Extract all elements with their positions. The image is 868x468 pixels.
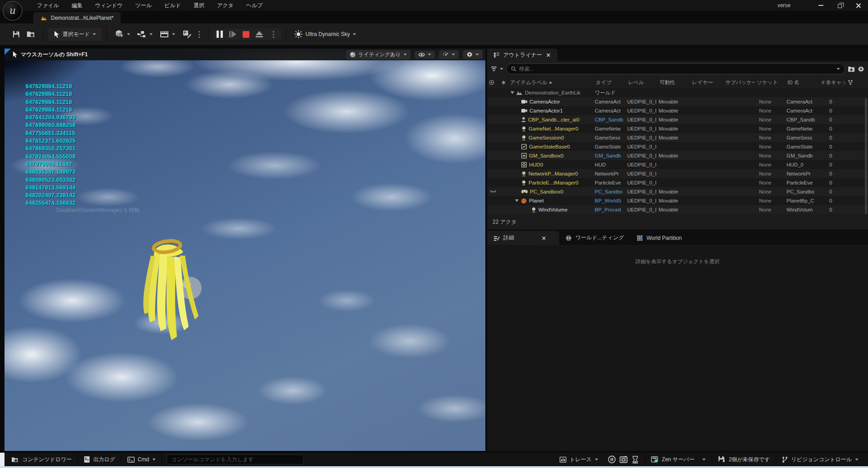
add-folder-icon[interactable] xyxy=(848,66,855,72)
row-visibility-cell[interactable] xyxy=(487,190,499,194)
revision-control-button[interactable]: リビジョンコントロール xyxy=(776,453,864,466)
column-cache[interactable]: # 非キャッシ xyxy=(819,76,845,88)
content-drawer-button[interactable]: コンテンツドロワー xyxy=(5,453,78,466)
actor-label[interactable]: GameSession0 xyxy=(529,135,564,140)
stop-button[interactable] xyxy=(243,31,249,38)
column-subpackage[interactable]: サブパッケー xyxy=(723,76,755,88)
show-flags-button[interactable] xyxy=(415,51,435,58)
type-link[interactable]: GM_Sandb xyxy=(595,153,621,158)
column-layer[interactable]: レイヤー xyxy=(690,76,723,88)
outliner-row[interactable]: ParticleE...tManager0ParticleEveUEDPIE_0… xyxy=(487,178,868,187)
close-button[interactable] xyxy=(849,0,868,11)
menu-item-7[interactable]: ヘルプ xyxy=(240,0,269,11)
eject-button[interactable] xyxy=(256,31,263,37)
expand-arrow-icon[interactable] xyxy=(515,199,519,202)
actor-label[interactable]: HUD0 xyxy=(529,162,543,167)
level-viewport[interactable]: マウスカーソルの Shift+F1 ライティングあり xyxy=(5,49,485,451)
chevron-down-icon[interactable] xyxy=(836,68,840,70)
play-options-icon[interactable] xyxy=(273,34,274,35)
menu-item-5[interactable]: 選択 xyxy=(187,0,211,11)
close-tab-icon[interactable] xyxy=(546,53,550,57)
tab-world-settings[interactable]: ワールド...ティング xyxy=(559,231,630,245)
type-link[interactable]: CBP_Sandb xyxy=(595,117,623,122)
cmd-selector[interactable]: Cmd xyxy=(122,453,162,466)
outliner-settings-gear-icon[interactable] xyxy=(858,66,864,72)
menu-item-0[interactable]: ファイル xyxy=(31,0,65,11)
outliner-row[interactable]: GameSession0GameSessUEDPIE_0_IMovableNon… xyxy=(487,133,868,142)
editor-mode-select[interactable]: 選択モード xyxy=(48,28,102,41)
actor-label[interactable]: Demonstration_EarthLik xyxy=(525,90,580,95)
outliner-row[interactable]: PlanetBP_WorldSUEDPIE_0_IMovableNonePlan… xyxy=(487,196,868,205)
screenshot-icon[interactable] xyxy=(619,456,628,463)
column-socket[interactable]: ソケット xyxy=(755,76,785,88)
outliner-row[interactable]: PC_Sandbox0PC_SandboUEDPIE_0_IMovableNon… xyxy=(487,187,868,196)
actor-label[interactable]: GM_Sandbox0 xyxy=(529,153,564,158)
unsaved-button[interactable]: 2個が未保存です xyxy=(712,453,777,466)
column-type[interactable]: タイプ xyxy=(593,76,626,88)
unreal-logo-icon[interactable]: u xyxy=(3,1,23,21)
viewport-settings-button[interactable] xyxy=(463,50,483,59)
platforms-button[interactable] xyxy=(179,27,195,41)
outliner-row[interactable]: CameraActor1CameraActUEDPIE_0_IMovableNo… xyxy=(487,106,868,115)
type-link[interactable]: PC_Sandbo xyxy=(595,189,623,194)
actor-label[interactable]: ParticleE...tManager0 xyxy=(529,180,579,185)
menu-item-6[interactable]: アクタ xyxy=(211,0,240,11)
browse-content-button[interactable] xyxy=(23,28,39,40)
actor-label[interactable]: WindVolume xyxy=(538,207,568,212)
step-frame-button[interactable] xyxy=(229,31,236,38)
add-actor-button[interactable] xyxy=(111,27,134,41)
column-mobility[interactable]: 可動性 xyxy=(657,76,690,88)
sky-asset-button[interactable]: Ultra Dynamic Sky xyxy=(291,27,360,41)
menu-item-2[interactable]: ウィンドウ xyxy=(89,0,129,11)
outliner-tab[interactable]: アウトライナー xyxy=(487,49,557,61)
close-tab-icon[interactable] xyxy=(542,236,546,239)
actor-label[interactable]: CameraActor1 xyxy=(529,108,563,113)
outliner-row[interactable]: CameraActorCameraActUEDPIE_0_IMovableNon… xyxy=(487,97,868,106)
actor-label[interactable]: GameStateBase0 xyxy=(529,144,570,149)
outliner-row[interactable]: GM_Sandbox0GM_SandbUEDPIE_0_IMovableNone… xyxy=(487,151,868,160)
maximize-button[interactable] xyxy=(830,0,849,11)
outliner-row[interactable]: WindVolumeBP_ProcedUEDPIE_0_IMovableNone… xyxy=(487,205,868,214)
outliner-scrollbar[interactable] xyxy=(865,98,867,224)
eye-column-icon[interactable] xyxy=(489,80,494,85)
save-button[interactable] xyxy=(9,28,23,40)
expand-arrow-icon[interactable] xyxy=(511,91,514,94)
menu-item-1[interactable]: 編集 xyxy=(65,0,89,11)
hierarchy-column-icon[interactable] xyxy=(848,80,853,86)
outliner-row[interactable]: CBP_Sandb...cter_ai0CBP_SandbUEDPIE_0_IM… xyxy=(487,115,868,124)
hourglass-icon[interactable] xyxy=(632,456,638,464)
insights-pause-icon[interactable] xyxy=(608,455,616,464)
actor-label[interactable]: CBP_Sandb...cter_ai0 xyxy=(528,117,579,122)
zen-server-button[interactable]: Zen サーバー xyxy=(645,453,712,466)
actor-label[interactable]: CameraActor xyxy=(529,99,560,104)
column-level[interactable]: レベル xyxy=(626,76,657,88)
perf-viz-button[interactable] xyxy=(439,50,459,59)
eye-closed-icon[interactable] xyxy=(490,190,497,194)
type-link[interactable]: BP_Proced xyxy=(595,207,621,212)
type-link[interactable]: BP_WorldS xyxy=(595,198,621,203)
output-log-button[interactable]: 出力ログ xyxy=(78,453,122,466)
outliner-row[interactable]: GameNet...Manager0GameNetwUEDPIE_0_IMova… xyxy=(487,124,868,133)
blueprints-button[interactable] xyxy=(134,28,156,40)
outliner-row[interactable]: GameStateBase0GameStateUEDPIE_0_INoneGam… xyxy=(487,142,868,151)
view-mode-button[interactable]: ライティングあり xyxy=(346,50,411,59)
tab-world-partition[interactable]: World Partition xyxy=(630,231,688,245)
toolbar-overflow-icon[interactable] xyxy=(199,34,200,35)
chevron-down-icon[interactable] xyxy=(500,68,503,70)
search-input[interactable]: 検索... xyxy=(506,63,845,74)
trace-button[interactable]: トレース xyxy=(554,453,604,466)
column-item-label[interactable]: アイテムラベル xyxy=(508,76,593,88)
actor-label[interactable]: Planet xyxy=(529,198,544,203)
actor-label[interactable]: PC_Sandbox0 xyxy=(530,189,563,194)
outliner-row-world[interactable]: Demonstration_EarthLikワールド xyxy=(487,88,868,97)
actor-label[interactable]: GameNet...Manager0 xyxy=(529,126,579,131)
level-tab[interactable]: Demonstrat...hLikePlanet* xyxy=(33,12,121,23)
outliner-row[interactable]: NetworkP...Manager0NetworkPrUEDPIE_0_INo… xyxy=(487,169,868,178)
menu-item-3[interactable]: ツール xyxy=(129,0,158,11)
cinematics-button[interactable] xyxy=(156,28,179,40)
column-id[interactable]: ID 名 xyxy=(785,76,819,88)
filter-icon[interactable] xyxy=(491,66,497,72)
actor-label[interactable]: NetworkP...Manager0 xyxy=(529,171,578,176)
pause-button[interactable] xyxy=(217,31,223,38)
outliner-row[interactable]: HUD0HUDUEDPIE_0_INoneHUD_00 xyxy=(487,160,868,169)
